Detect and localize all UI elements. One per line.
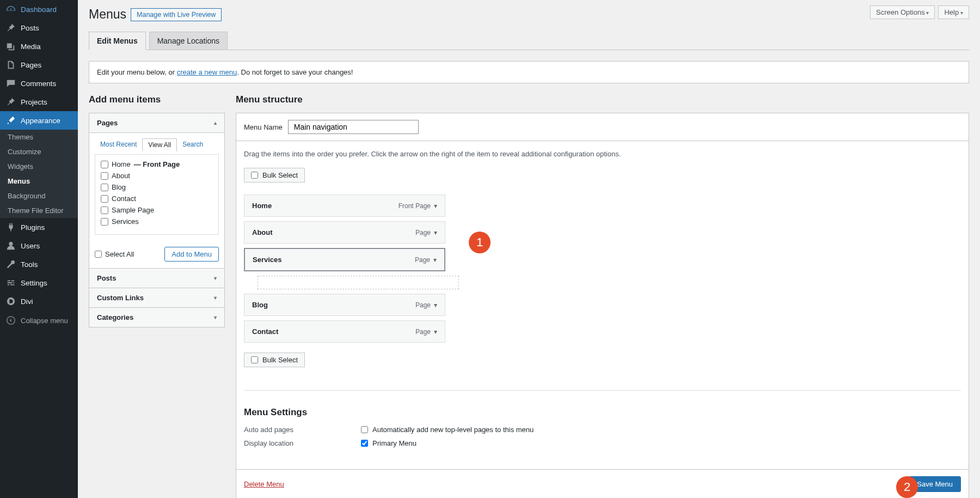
menu-item-label: About bbox=[252, 228, 273, 236]
caret-up-icon: ▴ bbox=[214, 120, 217, 126]
edit-menu-notice: Edit your menu below, or create a new me… bbox=[89, 61, 969, 83]
sidebar-item-settings[interactable]: Settings bbox=[0, 274, 78, 292]
auto-add-row[interactable]: Automatically add new top-level pages to… bbox=[361, 426, 534, 434]
sidebar-sub-themes[interactable]: Themes bbox=[0, 130, 78, 144]
sidebar-sub-theme-editor[interactable]: Theme File Editor bbox=[0, 203, 78, 218]
screen-options-button[interactable]: Screen Options bbox=[870, 5, 935, 19]
page-checkbox[interactable] bbox=[101, 207, 108, 214]
sidebar-sub-menus[interactable]: Menus bbox=[0, 174, 78, 189]
collapse-icon bbox=[5, 315, 16, 326]
subtab-search[interactable]: Search bbox=[177, 138, 209, 151]
tab-edit-menus[interactable]: Edit Menus bbox=[89, 32, 146, 50]
custom-links-panel-label: Custom Links bbox=[97, 294, 144, 302]
notice-text-pre: Edit your menu below, or bbox=[97, 68, 177, 76]
page-item-home[interactable]: Home — Front Page bbox=[101, 160, 213, 168]
sidebar-item-appearance[interactable]: Appearance bbox=[0, 111, 78, 130]
sidebar-sub-widgets[interactable]: Widgets bbox=[0, 159, 78, 174]
chevron-down-icon[interactable]: ▾ bbox=[434, 229, 437, 236]
caret-down-icon: ▾ bbox=[214, 314, 217, 320]
page-item-about[interactable]: About bbox=[101, 172, 213, 180]
menu-item-contact[interactable]: Contact Page▾ bbox=[244, 320, 445, 343]
tab-manage-locations[interactable]: Manage Locations bbox=[149, 32, 228, 50]
drag-hint: Drag the items into the order you prefer… bbox=[244, 150, 961, 158]
dashboard-icon bbox=[5, 4, 16, 15]
sidebar-sub-background[interactable]: Background bbox=[0, 189, 78, 203]
bulk-select-top[interactable]: Bulk Select bbox=[244, 168, 305, 183]
chevron-down-icon[interactable]: ▾ bbox=[434, 202, 437, 210]
svg-point-0 bbox=[9, 242, 13, 246]
sidebar-item-label: Pages bbox=[21, 61, 41, 69]
menu-item-home[interactable]: Home Front Page▾ bbox=[244, 195, 445, 217]
sidebar-item-users[interactable]: Users bbox=[0, 236, 78, 255]
sidebar-item-tools[interactable]: Tools bbox=[0, 255, 78, 274]
sidebar-item-label: Comments bbox=[21, 80, 56, 88]
primary-menu-checkbox[interactable] bbox=[361, 440, 368, 447]
page-checkbox[interactable] bbox=[101, 195, 108, 203]
auto-add-checkbox[interactable] bbox=[361, 426, 368, 433]
subtab-view-all[interactable]: View All bbox=[142, 138, 177, 151]
page-title-row: Menus Manage with Live Preview bbox=[89, 7, 969, 22]
custom-links-panel-header[interactable]: Custom Links ▾ bbox=[89, 288, 224, 307]
chevron-down-icon[interactable]: ▾ bbox=[433, 256, 437, 264]
sidebar-item-divi[interactable]: Divi bbox=[0, 292, 78, 311]
subtab-most-recent[interactable]: Most Recent bbox=[95, 138, 142, 151]
page-checkbox[interactable] bbox=[101, 184, 108, 191]
menu-body: Drag the items into the order you prefer… bbox=[236, 141, 969, 470]
pages-list: Home — Front Page About Blog Contact Sam… bbox=[95, 154, 219, 235]
pages-icon bbox=[5, 59, 16, 70]
sidebar-item-media[interactable]: Media bbox=[0, 37, 78, 56]
sidebar-item-dashboard[interactable]: Dashboard bbox=[0, 0, 78, 19]
pages-panel-label: Pages bbox=[97, 119, 118, 127]
bulk-select-checkbox[interactable] bbox=[251, 172, 258, 179]
collapse-menu-button[interactable]: Collapse menu bbox=[0, 311, 78, 330]
page-item-services[interactable]: Services bbox=[101, 217, 213, 226]
create-new-menu-link[interactable]: create a new menu bbox=[177, 68, 237, 76]
sidebar-item-comments[interactable]: Comments bbox=[0, 74, 78, 93]
menu-item-services[interactable]: Services Page▾ bbox=[244, 248, 445, 271]
sidebar-item-label: Tools bbox=[21, 260, 38, 269]
page-item-contact[interactable]: Contact bbox=[101, 195, 213, 203]
sidebar-item-projects[interactable]: Projects bbox=[0, 93, 78, 111]
posts-panel-header[interactable]: Posts ▾ bbox=[89, 269, 224, 288]
help-button[interactable]: Help bbox=[938, 5, 969, 19]
select-all-label[interactable]: Select All bbox=[95, 250, 134, 258]
bulk-select-checkbox[interactable] bbox=[251, 356, 258, 363]
menu-item-about[interactable]: About Page▾ bbox=[244, 221, 445, 244]
menu-item-type: Page bbox=[415, 229, 431, 236]
auto-add-label: Auto add pages bbox=[244, 426, 361, 434]
categories-panel-header[interactable]: Categories ▾ bbox=[89, 308, 224, 327]
page-item-blog[interactable]: Blog bbox=[101, 183, 213, 191]
sidebar-item-plugins[interactable]: Plugins bbox=[0, 218, 78, 236]
page-checkbox[interactable] bbox=[101, 161, 108, 168]
main-content: Screen Options Help Menus Manage with Li… bbox=[78, 0, 980, 498]
menu-name-label: Menu Name bbox=[244, 123, 283, 131]
wrench-icon bbox=[5, 259, 16, 270]
sidebar-sub-customize[interactable]: Customize bbox=[0, 144, 78, 159]
menu-item-blog[interactable]: Blog Page▾ bbox=[244, 294, 445, 316]
page-item-sample[interactable]: Sample Page bbox=[101, 206, 213, 214]
sidebar-item-label: Plugins bbox=[21, 223, 45, 232]
nav-tabs: Edit Menus Manage Locations bbox=[89, 32, 969, 50]
drop-placeholder bbox=[258, 276, 459, 289]
live-preview-button[interactable]: Manage with Live Preview bbox=[131, 8, 222, 21]
primary-menu-row[interactable]: Primary Menu bbox=[361, 439, 416, 447]
page-checkbox[interactable] bbox=[101, 218, 108, 226]
sidebar-item-posts[interactable]: Posts bbox=[0, 19, 78, 37]
page-checkbox[interactable] bbox=[101, 172, 108, 180]
sidebar-item-label: Settings bbox=[21, 279, 47, 287]
delete-menu-link[interactable]: Delete Menu bbox=[244, 480, 284, 488]
menu-item-label: Services bbox=[253, 256, 282, 264]
select-all-checkbox[interactable] bbox=[95, 251, 102, 258]
sidebar-item-pages[interactable]: Pages bbox=[0, 56, 78, 74]
bulk-select-bottom[interactable]: Bulk Select bbox=[244, 353, 305, 367]
divi-icon bbox=[5, 296, 16, 307]
add-to-menu-button[interactable]: Add to Menu bbox=[164, 247, 219, 262]
menu-name-input[interactable] bbox=[288, 120, 419, 134]
menu-item-label: Contact bbox=[252, 327, 278, 336]
add-menu-items-title: Add menu items bbox=[89, 94, 225, 105]
chevron-down-icon[interactable]: ▾ bbox=[434, 328, 437, 336]
chevron-down-icon[interactable]: ▾ bbox=[434, 301, 437, 309]
categories-panel-label: Categories bbox=[97, 313, 133, 321]
pages-panel-header[interactable]: Pages ▴ bbox=[89, 113, 224, 133]
menu-item-type: Front Page bbox=[399, 202, 431, 210]
